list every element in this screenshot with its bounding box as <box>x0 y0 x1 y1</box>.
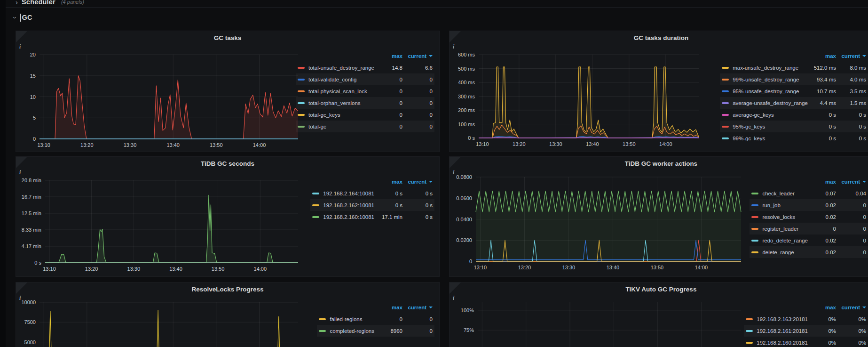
legend-sort-max[interactable]: max <box>378 179 402 185</box>
legend-tidb-gc-worker-actions: maxcurrentcheck_leader0.070.04run_job0.0… <box>750 176 868 258</box>
legend-header[interactable]: maxcurrent <box>720 50 868 62</box>
legend-row: total-gc00 <box>296 121 434 132</box>
legend-series-label[interactable]: total-gc_keys <box>308 112 374 118</box>
legend-header[interactable]: maxcurrent <box>296 50 434 62</box>
svg-text:13:50: 13:50 <box>210 142 223 148</box>
legend-series-label[interactable]: 192.168.2.162:10081 <box>323 202 374 208</box>
legend-series-label[interactable]: delete_range <box>762 250 808 255</box>
legend-header[interactable]: maxcurrent <box>310 176 434 187</box>
legend-header[interactable]: maxcurrent <box>317 301 434 313</box>
legend-max-value: 0 <box>378 316 402 322</box>
legend-series-label[interactable]: total-gc <box>308 124 374 129</box>
legend-series-label[interactable]: completed-regions <box>330 328 374 334</box>
legend-series-label[interactable]: max-unsafe_destroy_range <box>733 65 808 71</box>
legend-series-label[interactable]: 192.168.2.160:20181 <box>757 340 808 346</box>
svg-text:13:20: 13:20 <box>513 141 526 147</box>
legend-max-value: 0.02 <box>812 250 836 255</box>
legend-series-label[interactable]: average-gc_keys <box>733 112 808 118</box>
legend-resolvelocks-progress: maxcurrentfailed-regions00completed-regi… <box>317 301 434 337</box>
legend-current-value: 0 s <box>840 112 866 118</box>
legend-row: total-validate_config00 <box>296 73 434 85</box>
svg-text:300 ms: 300 ms <box>458 94 475 99</box>
legend-sort-current[interactable]: current <box>840 53 866 59</box>
legend-max-value: 0.02 <box>812 202 836 208</box>
legend-series-label[interactable]: 192.168.2.164:10081 <box>323 191 374 196</box>
legend-series-label[interactable]: average-unsafe_destroy_range <box>733 100 808 106</box>
legend-row: total-physical_scan_lock00 <box>296 85 434 97</box>
series-color-dash-icon <box>746 330 753 332</box>
legend-current-value: 0 s <box>840 136 866 141</box>
legend-series-label[interactable]: 192.168.2.161:20181 <box>757 328 808 334</box>
svg-text:13:40: 13:40 <box>166 142 180 148</box>
legend-sort-current[interactable]: current <box>406 305 433 310</box>
legend-max-value: 0 <box>378 124 402 129</box>
series-color-dash-icon <box>751 240 758 242</box>
svg-text:13:40: 13:40 <box>586 141 599 147</box>
legend-max-value: 0.02 <box>812 214 836 220</box>
svg-text:75%: 75% <box>464 327 474 333</box>
legend-row: completed-regions89600 <box>317 325 434 337</box>
legend-sort-max[interactable]: max <box>812 179 836 185</box>
svg-text:12.5 min: 12.5 min <box>22 210 41 216</box>
legend-series-label[interactable]: 95%-gc_keys <box>733 124 808 129</box>
legend-series-label[interactable]: failed-regions <box>330 316 374 322</box>
legend-current-value: 0 <box>406 77 433 82</box>
legend-header[interactable]: maxcurrent <box>744 301 868 313</box>
svg-text:100 ms: 100 ms <box>458 121 475 127</box>
legend-max-value: 0 <box>812 226 836 232</box>
legend-current-value: 1.5 ms <box>840 100 866 106</box>
legend-current-value: 0 <box>840 250 866 255</box>
legend-series-label[interactable]: total-validate_config <box>308 77 374 82</box>
legend-series-label[interactable]: 192.168.2.160:10081 <box>323 214 374 220</box>
legend-max-value: 0 <box>378 89 402 94</box>
legend-series-label[interactable]: 192.168.2.163:20181 <box>757 316 808 322</box>
row-gc[interactable]: › GC <box>14 12 32 23</box>
legend-current-value: 6.6 <box>406 65 433 71</box>
legend-row: 192.168.2.163:201810%0% <box>744 313 868 325</box>
legend-sort-current[interactable]: current <box>406 179 433 185</box>
legend-max-value: 0 s <box>812 112 836 118</box>
legend-sort-current[interactable]: current <box>840 305 866 310</box>
legend-current-value: 0% <box>840 340 866 346</box>
legend-tidb-gc-seconds: maxcurrent192.168.2.164:100810 s0 s192.1… <box>310 176 434 223</box>
legend-sort-current[interactable]: current <box>840 179 866 185</box>
legend-sort-max[interactable]: max <box>378 305 402 310</box>
legend-sort-current[interactable]: current <box>406 53 433 59</box>
svg-text:14:00: 14:00 <box>253 142 266 148</box>
legend-series-label[interactable]: 99%-gc_keys <box>733 136 808 141</box>
legend-header[interactable]: maxcurrent <box>750 176 868 187</box>
svg-text:20: 20 <box>30 52 36 57</box>
legend-sort-max[interactable]: max <box>378 53 402 59</box>
legend-series-label[interactable]: 95%-unsafe_destroy_range <box>733 89 808 94</box>
legend-series-label[interactable]: redo_delete_range <box>762 238 808 243</box>
svg-text:13:50: 13:50 <box>651 265 664 270</box>
legend-series-label[interactable]: total-physical_scan_lock <box>308 89 374 94</box>
legend-series-label[interactable]: 99%-unsafe_destroy_range <box>733 77 808 82</box>
legend-series-label[interactable]: total-unsafe_destroy_range <box>308 65 374 71</box>
svg-text:13:50: 13:50 <box>623 141 636 147</box>
series-color-dash-icon <box>312 216 319 218</box>
legend-series-label[interactable]: run_job <box>762 202 808 208</box>
legend-series-label[interactable]: check_leader <box>762 191 808 196</box>
sort-caret-icon <box>429 55 433 57</box>
legend-series-label[interactable]: register_leader <box>762 226 808 232</box>
svg-text:5000: 5000 <box>24 339 36 345</box>
row-scheduler[interactable]: › Scheduler (4 panels) <box>16 0 84 7</box>
legend-sort-max[interactable]: max <box>812 53 836 59</box>
series-color-dash-icon <box>722 67 729 69</box>
row-scheduler-title: Scheduler <box>22 0 55 6</box>
legend-series-label[interactable]: resolve_locks <box>762 214 808 220</box>
svg-text:0.0200: 0.0200 <box>456 237 472 243</box>
series-color-dash-icon <box>298 90 305 92</box>
series-color-dash-icon <box>722 102 729 104</box>
legend-sort-max[interactable]: max <box>812 305 836 310</box>
legend-current-value: 0% <box>840 328 866 334</box>
legend-row: resolve_locks0.020 <box>750 211 868 223</box>
legend-current-value: 0 s <box>406 202 433 208</box>
legend-series-label[interactable]: total-orphan_versions <box>308 100 374 106</box>
legend-current-value: 0 <box>840 214 866 220</box>
svg-text:400 ms: 400 ms <box>458 80 475 85</box>
legend-current-value: 0 <box>840 226 866 232</box>
legend-row: max-unsafe_destroy_range512.0 ms8.0 ms <box>720 62 868 73</box>
series-color-dash-icon <box>751 193 758 194</box>
